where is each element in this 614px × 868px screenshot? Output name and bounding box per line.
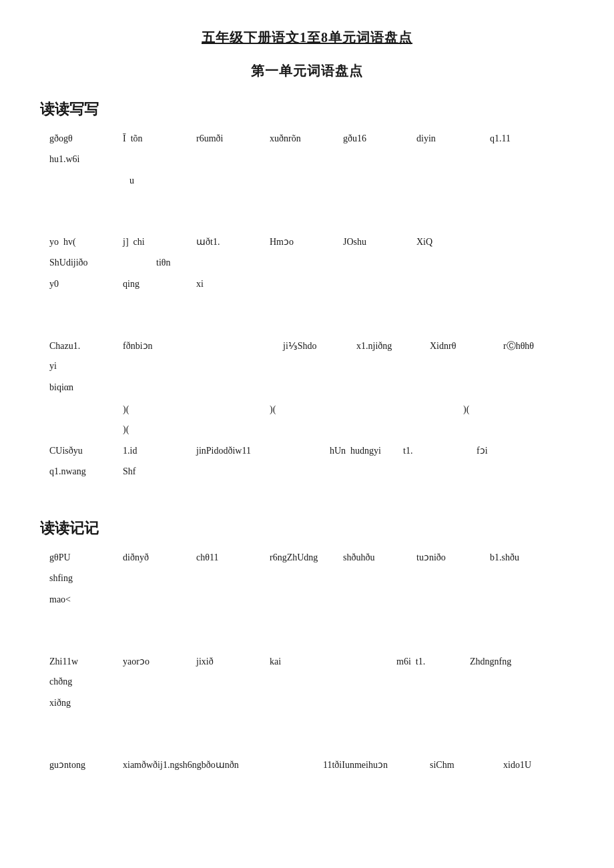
word-item: kai	[267, 653, 340, 671]
bracket-item: )(	[120, 421, 194, 438]
section-title: 第一单元词语盘点	[40, 60, 574, 81]
word-item: Xidnrθ	[427, 338, 501, 355]
word-item: q1.nwang	[47, 463, 120, 480]
bracket-item: )(	[120, 401, 194, 418]
word-item: CUisðyu	[47, 442, 120, 460]
word-item: mao<	[47, 591, 120, 608]
word-item: Shf	[120, 463, 194, 480]
word-row-3b: biqiαn	[40, 379, 574, 396]
word-item: xiðng	[47, 695, 120, 712]
word-item: yo hv(	[47, 234, 120, 251]
word-item: x1.njiðng	[354, 338, 427, 355]
word-item: r6umði	[194, 130, 267, 147]
word-item: qing	[120, 276, 194, 293]
word-item: b1.shðu	[487, 549, 561, 566]
word-item: xuðnrõn	[267, 130, 340, 147]
word-item: u	[127, 172, 200, 189]
word-item: shðuhðu	[340, 549, 414, 566]
bracket-item	[427, 401, 460, 418]
word-item: diyin	[414, 130, 487, 147]
word-item: Zhi11w	[47, 653, 120, 671]
word-item: 11tðiIunmeihuɔn	[320, 757, 427, 774]
word-item: Zhdngnfng	[467, 653, 541, 671]
word-item: tiθn	[154, 254, 227, 272]
word-item: yaorɔo	[120, 653, 194, 671]
bracket-item	[47, 401, 120, 418]
word-item: shfing	[47, 570, 120, 587]
word-item: hu1.w6i	[47, 151, 120, 168]
word-item: diðnyð	[120, 549, 194, 566]
word-item: biqiαn	[47, 379, 120, 396]
word-item: m6i t1.	[394, 653, 467, 671]
word-item	[47, 172, 127, 189]
word-item: tuɔniðo	[414, 549, 487, 566]
word-item: jixið	[194, 653, 267, 671]
word-item: siChm	[427, 757, 501, 774]
word-row-1b: u	[40, 172, 574, 189]
word-row-1: gðogθ Ī tõn r6umði xuðnrõn gðu16 diyin q…	[40, 130, 574, 168]
word-item: Hmɔo	[267, 234, 340, 251]
bracket-item: )(	[460, 401, 534, 418]
word-item: gðu16	[340, 130, 414, 147]
jiji-word-row-1: gθPU diðnyð chθ11 r6ngZhUdng shðuhðu tuɔ…	[40, 549, 574, 587]
word-item: xi	[194, 276, 267, 293]
word-item: Ī tõn	[120, 130, 194, 147]
word-item: rⒸhθhθ	[501, 338, 574, 355]
subsection-dudu-jiji: 读读记记	[40, 516, 574, 540]
word-item: JOshu	[340, 234, 414, 251]
word-item: ɯðt1.	[194, 234, 267, 251]
word-item: gðogθ	[47, 130, 120, 147]
word-item: Chazu1.	[47, 338, 120, 355]
word-item	[340, 653, 394, 671]
word-row-2b: y0 qing xi	[40, 276, 574, 293]
word-item	[280, 757, 320, 774]
word-item: hUn hudngyi	[327, 442, 400, 460]
bracket-item	[47, 421, 120, 438]
word-item: guɔntong	[47, 757, 120, 774]
word-item: fðnbiɔn	[120, 338, 194, 355]
word-item: fɔi	[474, 442, 521, 460]
word-row-4: CUisðyu 1.id jinPidodðiw11 hUn hudngyi t…	[40, 442, 574, 480]
word-item: gθPU	[47, 549, 120, 566]
word-item: chθ11	[194, 549, 267, 566]
bracket-item	[194, 401, 267, 418]
subsection-dudu-xiexie: 读读写写	[40, 97, 574, 121]
bracket-item: )(	[267, 401, 340, 418]
main-title: 五年级下册语文1至8单元词语盘点	[40, 27, 574, 48]
word-item: 1.id	[120, 442, 194, 460]
word-item: j] chi	[120, 234, 194, 251]
word-item: ji⅓Shdo	[280, 338, 354, 355]
word-item: jinPidodðiw11	[194, 442, 300, 460]
word-item: XiQ	[414, 234, 487, 251]
word-item: xiamðwðij1.ngsh6ngbðoɯnðn	[120, 757, 280, 774]
jiji-word-row-2: Zhi11w yaorɔo jixið kai m6i t1. Zhdngnfn…	[40, 653, 574, 691]
word-row-2: yo hv( j] chi ɯðt1. Hmɔo JOshu XiQ ShUdi…	[40, 234, 574, 272]
word-item: yi	[47, 358, 120, 375]
word-item: chðng	[47, 673, 120, 691]
bracket-row: )( )( )( )(	[40, 401, 574, 439]
word-item: r6ngZhUdng	[267, 549, 340, 566]
word-item: q1.11	[487, 130, 561, 147]
word-row-3: Chazu1. fðnbiɔn ji⅓Shdo x1.njiðng Xidnrθ…	[40, 338, 574, 376]
jiji-word-row-1b: mao<	[40, 591, 574, 608]
word-item	[300, 442, 327, 460]
dudu-jiji-content: gθPU diðnyð chθ11 r6ngZhUdng shðuhðu tuɔ…	[40, 549, 574, 774]
word-item: y0	[47, 276, 120, 293]
word-item: xido1U	[501, 757, 574, 774]
word-item	[194, 338, 280, 355]
jiji-word-row-3: guɔntong xiamðwðij1.ngsh6ngbðoɯnðn 11tði…	[40, 757, 574, 774]
word-item: ShUdijiðo	[47, 254, 154, 272]
bracket-item	[340, 401, 427, 418]
jiji-word-row-2b: xiðng	[40, 695, 574, 712]
word-item: t1.	[400, 442, 474, 460]
dudu-xiexie-content: gðogθ Ī tõn r6umði xuðnrõn gðu16 diyin q…	[40, 130, 574, 480]
